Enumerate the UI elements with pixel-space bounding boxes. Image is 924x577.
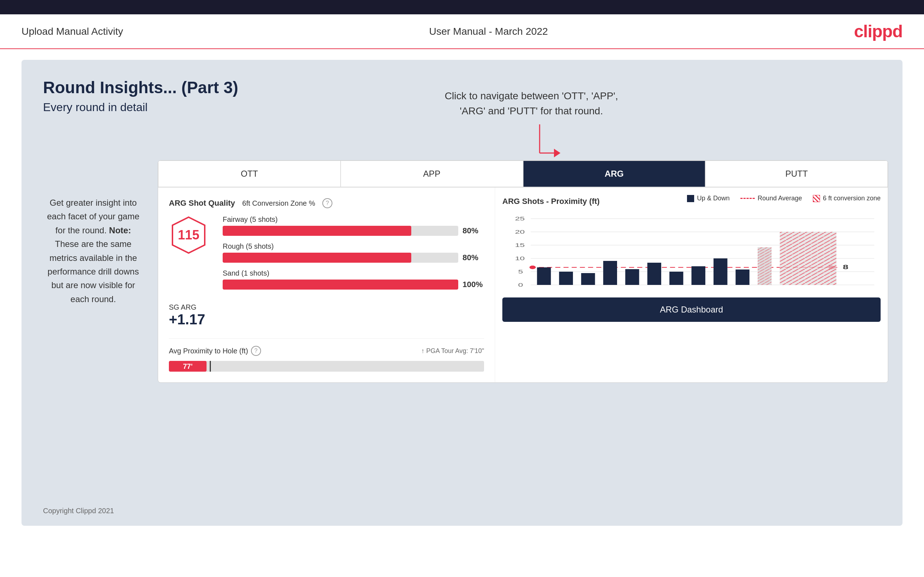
card-body: ARG Shot Quality 6ft Conversion Zone % ?… xyxy=(158,187,888,382)
svg-text:5: 5 xyxy=(518,269,523,274)
rough-bar-track xyxy=(223,253,458,263)
cursor-line xyxy=(210,361,211,372)
header: Upload Manual Activity User Manual - Mar… xyxy=(0,15,924,49)
svg-text:25: 25 xyxy=(515,216,525,221)
chart-svg: 0 5 10 15 20 25 xyxy=(502,211,880,290)
fairway-bar-track xyxy=(223,226,458,236)
sand-bar-container: 100% xyxy=(223,280,484,290)
fairway-bar-fill xyxy=(223,226,411,236)
manual-label: User Manual - March 2022 xyxy=(429,26,548,37)
tab-arg[interactable]: ARG xyxy=(523,161,706,187)
hexagon-score: 115 xyxy=(169,215,208,255)
svg-text:8: 8 xyxy=(843,264,849,270)
sand-bar-row: Sand (1 shots) 100% xyxy=(223,269,484,290)
svg-marker-2 xyxy=(554,149,561,157)
svg-text:15: 15 xyxy=(515,242,525,248)
svg-text:20: 20 xyxy=(515,229,525,234)
legend-up-down: Up & Down xyxy=(687,195,730,202)
proximity-bar-track: 77' xyxy=(169,361,484,372)
proximity-label: Avg Proximity to Hole (ft) ? xyxy=(169,346,261,356)
hexagon-value: 115 xyxy=(178,227,199,243)
rough-bar-row: Rough (5 shots) 80% xyxy=(223,242,484,263)
sg-label: SG ARG xyxy=(169,303,484,311)
fairway-label: Fairway (5 shots) xyxy=(223,215,484,224)
footer-copyright: Copyright Clippd 2021 xyxy=(43,507,114,515)
chart-title: ARG Shots - Proximity (ft) xyxy=(502,197,599,206)
proximity-bar-fill: 77' xyxy=(169,361,207,372)
left-panel: ARG Shot Quality 6ft Conversion Zone % ?… xyxy=(158,187,495,382)
fairway-pct: 80% xyxy=(462,226,484,235)
right-panel-header: ARG Shots - Proximity (ft) Up & Down Rou… xyxy=(502,195,880,208)
conversion-zone-label: 6ft Conversion Zone % xyxy=(242,199,315,208)
svg-rect-27 xyxy=(691,266,706,285)
main-content: Round Insights... (Part 3) Every round i… xyxy=(21,60,903,526)
legend-square-icon xyxy=(687,195,694,202)
svg-text:10: 10 xyxy=(515,256,525,261)
svg-rect-24 xyxy=(625,269,639,285)
svg-rect-33 xyxy=(780,232,837,285)
svg-rect-25 xyxy=(647,263,661,285)
svg-rect-23 xyxy=(603,261,617,285)
tab-bar: OTT APP ARG PUTT xyxy=(158,161,888,187)
legend-6ft: 6 ft conversion zone xyxy=(813,195,880,202)
svg-rect-31 xyxy=(758,247,772,285)
tab-putt[interactable]: PUTT xyxy=(705,161,888,187)
sg-value: +1.17 xyxy=(169,311,484,327)
svg-rect-26 xyxy=(669,272,683,285)
clippd-logo: clippd xyxy=(854,21,903,41)
svg-rect-20 xyxy=(537,268,551,285)
proximity-help-icon[interactable]: ? xyxy=(251,346,261,356)
sand-bar-fill xyxy=(223,280,458,290)
top-bar xyxy=(0,0,924,15)
tab-app[interactable]: APP xyxy=(341,161,523,187)
tab-ott[interactable]: OTT xyxy=(158,161,341,187)
fairway-bar-container: 80% xyxy=(223,226,484,236)
annotation-text: Click to navigate between 'OTT', 'APP', … xyxy=(444,89,618,119)
fairway-bar-row: Fairway (5 shots) 80% xyxy=(223,215,484,236)
svg-rect-21 xyxy=(559,272,573,285)
svg-text:0: 0 xyxy=(518,282,523,287)
legend-round-avg: Round Average xyxy=(740,195,802,202)
legend-hatched-icon xyxy=(813,195,820,202)
sand-pct: 100% xyxy=(462,280,484,289)
svg-rect-29 xyxy=(736,269,750,285)
svg-point-17 xyxy=(530,266,536,269)
shot-quality-label: ARG Shot Quality xyxy=(169,198,235,208)
sand-bar-track xyxy=(223,280,458,290)
rough-label: Rough (5 shots) xyxy=(223,242,484,250)
legend-dashed-icon xyxy=(740,198,755,199)
chart-legend: Up & Down Round Average 6 ft conversion … xyxy=(687,195,880,202)
hexagon-container: 115 Fairway (5 shots) 80% xyxy=(169,215,484,296)
dashboard-card: OTT APP ARG PUTT ARG Shot Quality 6ft Co… xyxy=(158,160,888,383)
help-icon[interactable]: ? xyxy=(322,198,333,208)
shot-quality-bars: Fairway (5 shots) 80% Rough (5 shots) xyxy=(223,215,484,296)
svg-rect-22 xyxy=(581,273,595,285)
pga-label: ↑ PGA Tour Avg: 7'10" xyxy=(421,347,484,355)
upload-label[interactable]: Upload Manual Activity xyxy=(21,26,123,37)
rough-pct: 80% xyxy=(462,253,484,262)
arg-dashboard-button[interactable]: ARG Dashboard xyxy=(502,297,880,322)
rough-bar-fill xyxy=(223,253,411,263)
sg-section: SG ARG +1.17 xyxy=(169,303,484,327)
proximity-section: Avg Proximity to Hole (ft) ? ↑ PGA Tour … xyxy=(169,338,484,372)
panel-header: ARG Shot Quality 6ft Conversion Zone % ? xyxy=(169,198,484,208)
rough-bar-container: 80% xyxy=(223,253,484,263)
sand-label: Sand (1 shots) xyxy=(223,269,484,277)
proximity-header: Avg Proximity to Hole (ft) ? ↑ PGA Tour … xyxy=(169,346,484,356)
svg-rect-28 xyxy=(714,258,727,285)
right-panel: ARG Shots - Proximity (ft) Up & Down Rou… xyxy=(495,187,888,382)
chart-area: 0 5 10 15 20 25 xyxy=(502,211,880,290)
left-description: Get greater insight into each facet of y… xyxy=(43,196,144,306)
